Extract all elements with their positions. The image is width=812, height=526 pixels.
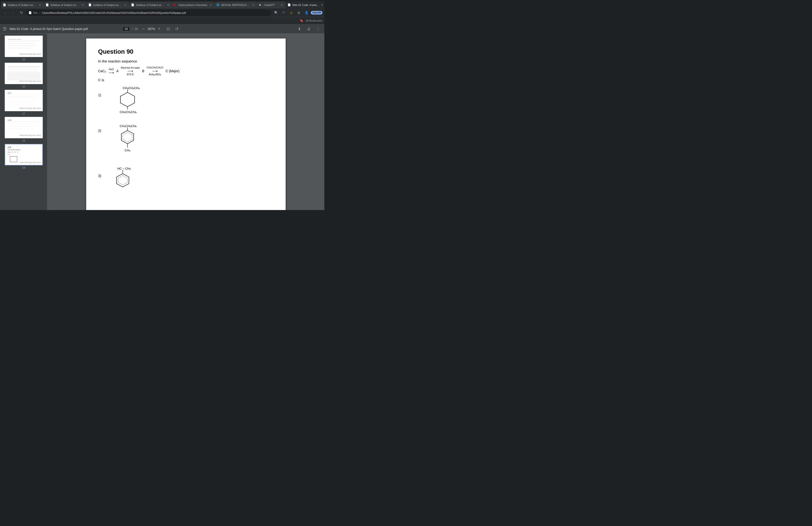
tab-4-close[interactable]: ✕ — [166, 3, 170, 7]
grid-icon[interactable]: ⊞ — [295, 10, 302, 16]
tab-5-close[interactable]: ✕ — [209, 3, 213, 7]
thumb-label-16: 16 — [22, 85, 25, 88]
zoom-in-button[interactable]: + — [157, 26, 162, 32]
svg-text:C is: C is — [8, 154, 10, 155]
thumbnail-18[interactable]: Q 88. Select All (help item here) 18 — [2, 117, 45, 142]
svg-marker-37 — [120, 93, 135, 107]
structure-svg-2: CH₂CH₂CH₃ CH₃ — [106, 124, 154, 161]
all-bookmarks-link[interactable]: All Bookmarks — [306, 19, 322, 22]
tab-7-label: ChatGPT — [264, 3, 278, 6]
arrow-2: Red hot Fe tube ⟶ 873 K — [121, 66, 140, 76]
compound-b: B — [142, 69, 144, 73]
tab-1-label: Syllabus of Subject wise P... — [8, 3, 37, 6]
tab-6[interactable]: 🌐 SEXUAL REPRODUCTION ✕ — [214, 1, 257, 9]
hamburger-menu-icon[interactable]: ☰ — [3, 26, 6, 32]
tab-6-close[interactable]: ✕ — [251, 3, 255, 7]
tab-6-favicon: 🌐 — [216, 3, 220, 6]
answer-num-1: 1) — [98, 86, 104, 97]
tab-4-favicon: 📄 — [131, 3, 134, 6]
svg-text:In the reaction sequence: In the reaction sequence — [8, 149, 21, 151]
file-icon: 📄 — [29, 11, 32, 14]
svg-text:Q 90.: Q 90. — [8, 146, 12, 148]
tab-6-label: SEXUAL REPRODUCTION — [221, 3, 250, 6]
total-pages: 39 — [135, 27, 138, 31]
thumbnail-16[interactable]: Select All (help item here) 16 — [2, 63, 45, 88]
svg-text:CaC₂ → A → B → C: CaC₂ → A → B → C — [8, 151, 18, 153]
thumbnail-15[interactable]: Subject wise content Select All (help it… — [2, 35, 45, 61]
arrow-line-1: ⟶ — [108, 71, 114, 75]
tab-7-favicon: ◆ — [259, 3, 262, 6]
pdf-toolbar: ☰ Nbts 01 Code -A phase 01 0ym batch Que… — [0, 24, 324, 34]
page-number-input[interactable] — [122, 27, 130, 31]
fit-page-icon[interactable]: ⊡ — [165, 26, 172, 32]
pdf-title: Nbts 01 Code -A phase 01 0ym batch Quest… — [10, 27, 119, 31]
page-separator: / — [132, 27, 132, 31]
tab-5-label: Hydrocarbons Chemistry — [178, 3, 207, 6]
tab-3-close[interactable]: ✕ — [124, 3, 127, 7]
product-c: C (Major) — [166, 69, 179, 73]
address-input[interactable]: 📄 File | /Users/Moon/Desktop/POLL/Nbts%2… — [26, 10, 271, 16]
zoom-out-button[interactable]: − — [141, 26, 146, 32]
reaction-sequence: CaC₂ H₂O ⟶ A Red hot Fe tube ⟶ 873 K B C… — [98, 66, 274, 76]
structure-3: HC – CH₃ — [106, 165, 166, 208]
thumb-img-16: Select All (help item here) — [5, 63, 43, 84]
back-button[interactable]: ‹ — [2, 10, 9, 16]
arrow-line-3: ⟶ — [152, 69, 158, 73]
tab-7[interactable]: ◆ ChatGPT ✕ — [257, 1, 286, 9]
thumb-img-17: Q 87. Select All (help item here) — [5, 90, 43, 111]
tab-5[interactable]: ▶ Hydrocarbons Chemistry ✕ — [172, 1, 214, 9]
answer-1: 1) CH₂CH₂CH₃ CH₂CH₂CH₃ — [98, 86, 274, 119]
vpn-badge[interactable]: #8ab4f8 — [311, 11, 322, 14]
address-url: /Users/Moon/Desktop/POLL/Nbts%2001%20Cod… — [42, 11, 186, 14]
svg-text:CH₂CH₂CH₃: CH₂CH₂CH₃ — [123, 86, 140, 90]
print-icon[interactable]: 🖨 — [305, 26, 312, 32]
tab-7-close[interactable]: ✕ — [280, 3, 284, 7]
thumbnail-19[interactable]: Q 90. In the reaction sequence CaC₂ → A … — [2, 144, 45, 169]
answers-section: 1) CH₂CH₂CH₃ CH₂CH₂CH₃ — [98, 86, 274, 210]
toolbar-actions: ⊡ ↺ — [165, 26, 180, 32]
tab-3[interactable]: 📄 Syllabus of Subject wise P... ✕ — [86, 1, 129, 9]
zoom-controls: − 267% + — [141, 26, 162, 32]
thumb-svg-19: Q 90. In the reaction sequence CaC₂ → A … — [5, 144, 42, 165]
svg-text:Select All (help item here): Select All (help item here) — [19, 53, 41, 55]
reagent-alcl3: Anhy.AlCl₂ — [149, 73, 161, 76]
profile-icon[interactable]: 👤 — [303, 10, 310, 16]
more-options-icon[interactable]: ⋮ — [315, 26, 321, 32]
thumbnail-17[interactable]: Q 87. Select All (help item here) 17 — [2, 90, 45, 115]
tab-5-favicon: ▶ — [174, 3, 177, 6]
tab-8-close[interactable]: ✕ — [320, 3, 324, 7]
reload-button[interactable]: ↻ — [18, 10, 25, 16]
page-controls: / 39 — [122, 27, 138, 31]
reagent-h2o: H₂O — [109, 68, 114, 71]
answer-num-3: 3) — [98, 165, 104, 178]
question-intro: In the reaction sequence — [98, 59, 274, 63]
answer-num-2: 2) — [98, 124, 104, 132]
tab-1-close[interactable]: ✕ — [38, 3, 42, 7]
tab-2[interactable]: 📄 Syllabus of Subject wise P... ✕ — [44, 1, 86, 9]
question-title: Question 90 — [98, 48, 274, 55]
tab-2-close[interactable]: ✕ — [81, 3, 85, 7]
tab-8-active[interactable]: 📄 Nbts 01 Code -A pha... ✕ — [286, 1, 324, 9]
rotate-icon[interactable]: ↺ — [174, 26, 180, 32]
svg-text:HC – CH₃: HC – CH₃ — [117, 167, 131, 170]
arrow-3: CH₂CH₂CH₂Cl ⟶ Anhy.AlCl₂ — [147, 66, 163, 76]
tab-1[interactable]: 📄 Syllabus of Subject wise P... ✕ — [1, 1, 44, 9]
warning-icon[interactable]: ⚠ — [288, 10, 295, 16]
search-icon[interactable]: 🔍 — [273, 10, 279, 16]
tab-2-favicon: 📄 — [46, 3, 49, 6]
tab-8-label: Nbts 01 Code -A pha... — [292, 3, 319, 6]
svg-text:Select All (help item here): Select All (help item here) — [19, 107, 41, 109]
svg-text:Select All (help item here): Select All (help item here) — [19, 161, 41, 164]
download-icon[interactable]: ⬇ — [296, 26, 303, 32]
svg-text:Select All (help item here): Select All (help item here) — [19, 134, 41, 137]
shield-icon[interactable]: 🛡 — [280, 10, 287, 16]
thumb-label-17: 17 — [22, 112, 25, 115]
pdf-main: Subject wise content Select All (help it… — [0, 34, 324, 210]
tab-8-favicon: 📄 — [288, 3, 291, 6]
forward-button[interactable]: › — [10, 10, 17, 16]
svg-text:CH₃: CH₃ — [125, 148, 130, 152]
tab-4[interactable]: 📄 Syllabus of Subject wise P... ✕ — [129, 1, 172, 9]
arrow-1: H₂O ⟶ — [108, 68, 114, 75]
bookmarks-icon[interactable]: 🔖 — [298, 17, 305, 24]
tab-1-favicon: 📄 — [3, 3, 6, 6]
